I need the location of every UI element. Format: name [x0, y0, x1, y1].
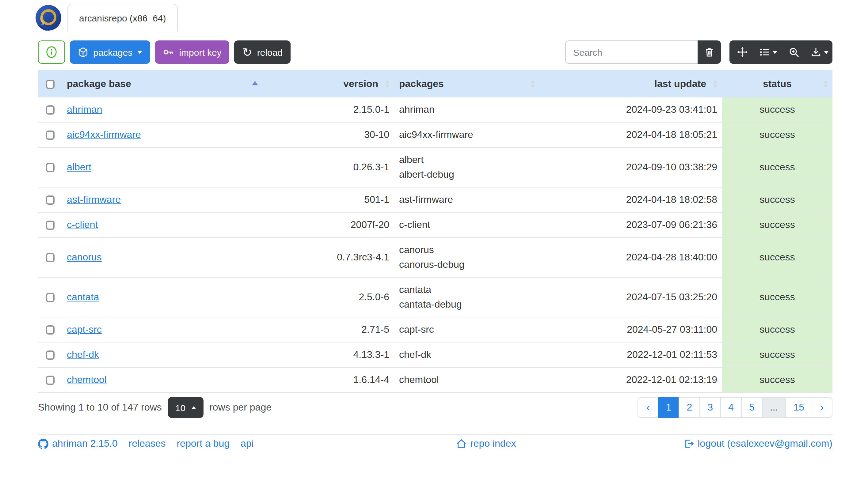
chevron-down-icon [772, 51, 777, 54]
page-button-1[interactable]: 1 [658, 397, 680, 418]
package-last-update: 2022-12-01 02:13:19 [539, 367, 722, 392]
row-checkbox[interactable] [46, 196, 54, 205]
sort-asc-icon [252, 81, 258, 85]
report-bug-label: report a bug [177, 438, 229, 449]
package-version: 0.7.3rc3-4.1 [264, 237, 394, 277]
page-button-2[interactable]: 2 [679, 397, 700, 418]
page-button-4[interactable]: 4 [720, 397, 742, 418]
api-link[interactable]: api [241, 438, 254, 449]
version-link[interactable]: ahriman 2.15.0 [38, 438, 117, 449]
page-button-15[interactable]: 15 [785, 397, 812, 418]
info-button[interactable] [38, 40, 65, 64]
logout-link[interactable]: logout (esalexeev@gmail.com) [684, 438, 832, 449]
info-circle-icon [46, 46, 57, 58]
row-checkbox[interactable] [46, 376, 54, 385]
package-status-badge: success [722, 147, 832, 187]
next-page-button[interactable]: › [812, 397, 832, 418]
package-status-badge: success [722, 122, 832, 147]
fullscreen-button[interactable] [730, 40, 755, 64]
home-icon [456, 439, 466, 449]
package-name: c-client [399, 218, 534, 232]
package-base-cell: ahriman [62, 97, 264, 122]
search-group [565, 40, 721, 64]
package-name: albert-debug [399, 167, 534, 182]
select-all-checkbox-cell[interactable] [38, 70, 62, 97]
releases-link[interactable]: releases [128, 438, 165, 449]
column-header-packages[interactable]: packages [394, 70, 539, 97]
package-list: aic94xx-firmware [394, 122, 539, 147]
row-checkbox-cell [38, 367, 62, 392]
package-base-link[interactable]: canorus [67, 252, 102, 262]
row-checkbox[interactable] [46, 163, 54, 172]
footer-center: repo index [456, 438, 516, 449]
row-checkbox-cell [38, 342, 62, 367]
table-header-row: package base version packages last updat… [38, 70, 832, 97]
column-header-status[interactable]: status [722, 70, 832, 97]
export-dropdown-button[interactable] [807, 40, 832, 64]
row-checkbox-cell [38, 317, 62, 342]
package-last-update: 2024-09-10 03:38:29 [539, 147, 722, 187]
package-base-cell: capt-src [62, 317, 264, 342]
package-last-update: 2024-07-15 03:25:20 [539, 277, 722, 317]
packages-button-label: packages [93, 47, 132, 57]
table-row: chemtool 1.6.14-4 chemtool 2022-12-01 02… [38, 367, 832, 392]
arrows-move-icon [737, 46, 748, 58]
sort-both-icon [530, 80, 535, 87]
package-base-link[interactable]: capt-src [67, 324, 102, 334]
key-icon [163, 47, 174, 57]
row-checkbox-cell [38, 237, 62, 277]
column-header-version[interactable]: version [264, 70, 394, 97]
row-checkbox[interactable] [46, 106, 54, 115]
row-checkbox[interactable] [46, 326, 54, 335]
packages-dropdown-button[interactable]: packages [70, 40, 150, 64]
package-base-link[interactable]: chemtool [67, 374, 107, 385]
toggle-search-button[interactable] [781, 40, 807, 64]
column-header-last-update[interactable]: last update [539, 70, 722, 97]
import-key-button-label: import key [179, 47, 221, 57]
footer-left: ahriman 2.15.0 releases report a bug api [38, 438, 254, 449]
package-last-update: 2024-04-18 18:05:21 [539, 122, 722, 147]
repo-index-link[interactable]: repo index [456, 438, 516, 449]
package-base-link[interactable]: aic94xx-firmware [67, 129, 141, 140]
table-row: ast-firmware 501-1 ast-firmware 2024-04-… [38, 187, 832, 212]
package-base-link[interactable]: ast-firmware [67, 194, 121, 205]
page-size-dropdown[interactable]: 10 [168, 397, 203, 418]
package-base-link[interactable]: albert [67, 162, 91, 172]
package-name: chemtool [399, 373, 534, 387]
package-list: cantatacantata-debug [394, 277, 539, 317]
row-checkbox[interactable] [46, 293, 54, 302]
row-checkbox[interactable] [46, 131, 54, 140]
package-list: ahriman [394, 97, 539, 122]
page-button-5[interactable]: 5 [741, 397, 763, 418]
select-all-checkbox[interactable] [46, 79, 54, 89]
page-button-3[interactable]: 3 [700, 397, 721, 418]
column-header-package-base[interactable]: package base [62, 70, 264, 97]
clear-search-button[interactable] [698, 40, 721, 64]
package-version: 501-1 [264, 187, 394, 212]
package-last-update: 2023-07-09 06:21:36 [539, 212, 722, 237]
table-row: albert 0.26.3-1 albertalbert-debug 2024-… [38, 147, 832, 187]
package-base-link[interactable]: cantata [67, 292, 99, 302]
package-base-link[interactable]: chef-dk [67, 349, 99, 360]
footer-right: logout (esalexeev@gmail.com) [684, 438, 832, 449]
package-base-link[interactable]: ahriman [67, 104, 102, 115]
package-base-link[interactable]: c-client [67, 219, 98, 230]
row-checkbox[interactable] [46, 351, 54, 360]
report-bug-link[interactable]: report a bug [177, 438, 229, 449]
download-icon [811, 47, 820, 57]
import-key-button[interactable]: import key [155, 40, 229, 64]
package-last-update: 2024-09-23 03:41:01 [539, 97, 722, 122]
row-checkbox[interactable] [46, 253, 54, 262]
sort-both-icon [713, 80, 718, 87]
chevron-down-icon [824, 51, 829, 54]
prev-page-button[interactable]: ‹ [638, 397, 659, 418]
search-input[interactable] [565, 40, 698, 64]
columns-dropdown-button[interactable] [755, 40, 781, 64]
tab-repository[interactable]: arcanisrepo (x86_64) [67, 4, 178, 31]
rows-summary: Showing 1 to 10 of 147 rows [38, 402, 162, 413]
reload-button[interactable]: ↻ reload [235, 40, 290, 64]
chevron-up-icon [191, 406, 196, 409]
logout-label: logout (esalexeev@gmail.com) [698, 438, 832, 449]
package-last-update: 2024-04-28 18:40:00 [539, 237, 722, 277]
row-checkbox[interactable] [46, 221, 54, 230]
